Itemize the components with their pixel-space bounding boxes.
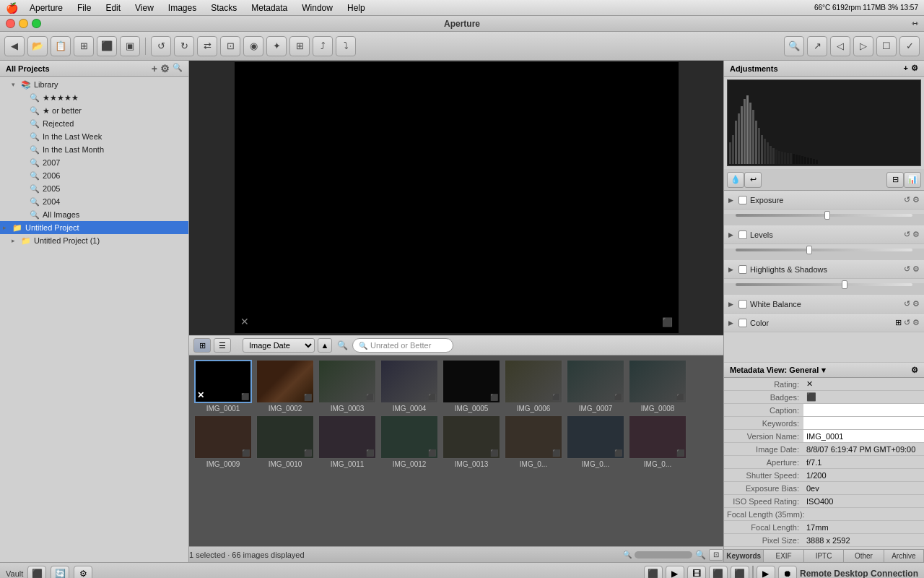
menu-window[interactable]: Window	[299, 3, 336, 13]
menu-view[interactable]: View	[132, 3, 157, 13]
image-viewer[interactable]: ✕ ⬛	[189, 61, 723, 335]
video-dock-btn[interactable]: ▶	[666, 566, 684, 579]
metadata-dropdown-icon[interactable]: ▾	[821, 366, 826, 375]
wb-arrow[interactable]: ▶	[728, 301, 736, 308]
thumbnail-IMG_0009[interactable]: ⬛IMG_0009	[193, 415, 253, 468]
export-button[interactable]: 📋	[51, 36, 71, 56]
tab-keywords[interactable]: Keywords	[724, 550, 764, 562]
sidebar-item-5stars[interactable]: 🔍 ★★★★★	[0, 91, 188, 104]
sidebar-item-2004[interactable]: 🔍 2004	[0, 195, 188, 208]
sidebar-item-2005[interactable]: 🔍 2005	[0, 182, 188, 195]
check-button[interactable]: ✓	[899, 36, 920, 56]
zoom-out-icon[interactable]: 🔍	[623, 551, 632, 558]
hs-checkbox[interactable]	[738, 265, 747, 274]
sidebar-item-2007[interactable]: 🔍 2007	[0, 156, 188, 169]
menu-stacks[interactable]: Stacks	[208, 3, 240, 13]
minimize-button[interactable]	[19, 19, 28, 28]
lift-button[interactable]: ⤴	[313, 36, 333, 56]
compare-dock-btn[interactable]: ⬛	[731, 566, 749, 579]
thumbnail-IMG_0005[interactable]: ⬛IMG_0005	[442, 360, 501, 413]
sidebar-item-2006[interactable]: 🔍 2006	[0, 169, 188, 182]
zoom-in-icon[interactable]: 🔍	[695, 550, 706, 560]
color-checkbox[interactable]	[738, 319, 747, 327]
sidebar-search-icon[interactable]: 🔍	[173, 63, 183, 74]
thumbnail-IMG_0013[interactable]: ⬛IMG_0013	[442, 415, 501, 468]
sort-select[interactable]: Image Date	[243, 338, 315, 353]
menu-help[interactable]: Help	[344, 3, 368, 13]
export-dock-btn[interactable]: ⬛	[709, 566, 728, 579]
viewer-button[interactable]: ▣	[120, 36, 140, 56]
full-screen-dock-btn[interactable]: ⬛	[644, 566, 663, 579]
thumbnail-IMG_0004[interactable]: ⬛IMG_0004	[380, 360, 439, 413]
sidebar-item-library[interactable]: 📚 Library	[0, 78, 188, 91]
rotate-left-button[interactable]: ↺	[151, 36, 171, 56]
hs-slider[interactable]	[736, 283, 912, 286]
grid-view-button[interactable]: ⊞	[193, 338, 211, 353]
play-btn[interactable]: ▶	[757, 566, 775, 579]
wb-reset-icon[interactable]: ↺	[904, 299, 910, 309]
filter-input[interactable]: 🔍 Unrated or Better	[352, 338, 453, 353]
zoom-slider[interactable]	[635, 551, 692, 558]
thumbnail-IMG_0_a[interactable]: ⬛IMG_0...	[504, 415, 563, 468]
color-grid-icon[interactable]: ⊞	[895, 318, 902, 327]
window-zoom[interactable]: ⇿	[912, 19, 918, 28]
thumbnail-IMG_0011[interactable]: ⬛IMG_0011	[318, 415, 377, 468]
adjustments-settings-button[interactable]: ⚙	[911, 64, 918, 73]
sidebar-item-last-month[interactable]: 🔍 In the Last Month	[0, 143, 188, 156]
fit-button[interactable]: ⊡	[709, 549, 723, 561]
sidebar-item-untitled-project[interactable]: 📁 Untitled Project	[0, 221, 188, 234]
adjustment-levels[interactable]: ▶ Levels ↺ ⚙	[724, 225, 924, 244]
tab-iptc[interactable]: IPTC	[804, 550, 844, 562]
tab-exif[interactable]: EXIF	[764, 550, 803, 562]
fullscreen-button[interactable]: ⊞	[74, 36, 94, 56]
back-button[interactable]: ◀	[4, 36, 25, 56]
adjustment-exposure[interactable]: ▶ Exposure ↺ ⚙	[724, 191, 924, 210]
levels-arrow[interactable]: ▶	[728, 231, 736, 238]
metadata-settings-button[interactable]: ⚙	[911, 366, 918, 375]
sidebar-item-1star[interactable]: 🔍 ★ or better	[0, 104, 188, 117]
keywords-input[interactable]	[803, 417, 924, 429]
thumbnail-IMG_0_b[interactable]: ⬛IMG_0...	[566, 415, 625, 468]
exposure-slider[interactable]	[736, 214, 912, 217]
undo-adj-button[interactable]: ↩	[744, 172, 762, 188]
levels-reset-icon[interactable]: ↺	[904, 230, 910, 239]
dock-btn-1[interactable]: ⬛	[27, 566, 46, 579]
exposure-reset-icon[interactable]: ↺	[904, 195, 910, 204]
thumbnail-IMG_0008[interactable]: ⬛IMG_0008	[628, 360, 687, 413]
tab-other[interactable]: Other	[844, 550, 884, 562]
next-button[interactable]: ▷	[853, 36, 873, 56]
hs-reset-icon[interactable]: ↺	[904, 264, 910, 274]
tab-archive[interactable]: Archive	[884, 550, 924, 562]
version-name-input[interactable]	[803, 430, 924, 442]
menu-metadata[interactable]: Metadata	[248, 3, 290, 13]
levels-checkbox[interactable]	[738, 230, 747, 239]
import-button[interactable]: 📂	[27, 36, 48, 56]
flip-button[interactable]: ⇄	[197, 36, 217, 56]
levels-slider[interactable]	[736, 249, 912, 251]
sidebar-item-last-week[interactable]: 🔍 In the Last Week	[0, 130, 188, 143]
color-arrow[interactable]: ▶	[728, 319, 736, 327]
sidebar-item-untitled-project-1[interactable]: 📁 Untitled Project (1)	[0, 234, 188, 247]
before-after-button[interactable]: ⊟	[886, 172, 904, 188]
record-btn[interactable]: ⏺	[778, 566, 797, 579]
add-adjustment-button[interactable]: +	[904, 64, 908, 73]
thumbnail-IMG_0007[interactable]: ⬛IMG_0007	[566, 360, 625, 413]
sidebar-settings-button[interactable]: ⚙	[160, 63, 170, 74]
adjustment-highlights-shadows[interactable]: ▶ Highlights & Shadows ↺ ⚙	[724, 260, 924, 279]
exposure-settings-icon[interactable]: ⚙	[912, 195, 920, 204]
thumbnail-IMG_0006[interactable]: ⬛IMG_0006	[504, 360, 563, 413]
stamp-button[interactable]: ⤵	[336, 36, 356, 56]
levels-settings-icon[interactable]: ⚙	[912, 230, 920, 239]
film-dock-btn[interactable]: 🎞	[687, 566, 706, 579]
sidebar-item-all-images[interactable]: 🔍 All Images	[0, 208, 188, 221]
thumbnail-IMG_0001[interactable]: ✕⬛IMG_0001	[193, 360, 253, 413]
histogram-button[interactable]: 📊	[904, 172, 921, 188]
export-btn2[interactable]: ↗	[807, 36, 827, 56]
menu-images[interactable]: Images	[165, 3, 199, 13]
hs-arrow[interactable]: ▶	[728, 266, 736, 273]
thumbnail-IMG_0003[interactable]: ⬛IMG_0003	[318, 360, 377, 413]
red-eye-button[interactable]: ◉	[243, 36, 263, 56]
thumbnail-IMG_0002[interactable]: ⬛IMG_0002	[256, 360, 315, 413]
retouch-button[interactable]: ✦	[266, 36, 287, 56]
select-all-button[interactable]: ☐	[876, 36, 897, 56]
